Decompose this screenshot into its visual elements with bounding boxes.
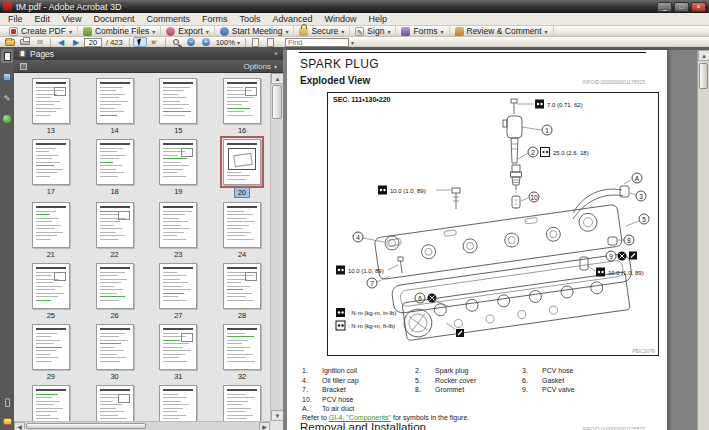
thumbnail-page-number[interactable]: 20 (234, 187, 250, 198)
thumbnail-page-number[interactable]: 30 (107, 372, 121, 381)
thumbnail-page-number[interactable]: 32 (235, 372, 249, 381)
thumbnail-image[interactable] (32, 78, 70, 124)
comments-tab-button[interactable] (1, 416, 13, 430)
thumbnail-image[interactable] (223, 324, 261, 370)
scroll-up-icon[interactable]: ▲ (698, 50, 709, 61)
thumbnail-image[interactable] (223, 263, 261, 309)
print-button[interactable] (18, 37, 32, 47)
scroll-left-icon[interactable]: ◀ (14, 422, 25, 430)
menu-file[interactable]: File (2, 13, 29, 25)
page-thumbnail[interactable]: 17 (24, 139, 78, 198)
thumbnail-image[interactable] (32, 202, 70, 248)
page-thumbnail[interactable]: 31 (152, 324, 206, 381)
sign-button[interactable]: ✎ Sign ▾ (350, 26, 396, 37)
fit-width-button[interactable] (249, 37, 263, 47)
find-input[interactable] (285, 38, 349, 47)
maximize-button[interactable]: □ (674, 2, 689, 12)
fit-page-button[interactable] (264, 37, 278, 47)
layers-tab-button[interactable] (1, 70, 13, 84)
menu-tools[interactable]: Tools (233, 13, 266, 25)
zoom-in-button[interactable]: + (199, 37, 213, 47)
thumbnail-page-number[interactable]: 21 (44, 250, 58, 259)
thumbnail-page-number[interactable]: 29 (44, 372, 58, 381)
thumbnail-image[interactable] (96, 202, 134, 248)
thumbnail-page-number[interactable]: 27 (171, 311, 185, 320)
menu-window[interactable]: Window (318, 13, 362, 25)
review-comment-button[interactable]: Review & Comment ▾ (450, 26, 554, 37)
thumbnail-page-number[interactable]: 31 (171, 372, 185, 381)
menu-comments[interactable]: Comments (140, 13, 196, 25)
secure-button[interactable]: Secure ▾ (294, 26, 350, 37)
thumbnail-page-number[interactable]: 13 (44, 126, 58, 135)
thumbnail-image[interactable] (96, 139, 134, 185)
options-menu-button[interactable]: Options ▾ (243, 62, 277, 71)
scrollbar-thumb[interactable] (699, 63, 708, 89)
page-thumbnail[interactable]: 21 (24, 202, 78, 259)
marquee-zoom-button[interactable] (169, 37, 183, 47)
page-thumbnail[interactable]: 32 (215, 324, 269, 381)
components-link[interactable]: GI-4, "Components" (329, 414, 391, 421)
thumbnail-page-number[interactable]: 18 (107, 187, 121, 196)
open-file-button[interactable] (3, 37, 17, 47)
pages-tab-button[interactable] (1, 49, 13, 63)
thumbnail-image[interactable] (32, 139, 70, 185)
pages-panel-vertical-scrollbar[interactable]: ▲ ▼ (270, 73, 283, 421)
document-vertical-scrollbar[interactable]: ▲ (697, 50, 709, 430)
scroll-right-icon[interactable]: ▶ (259, 422, 270, 430)
page-thumbnail[interactable]: 24 (215, 202, 269, 259)
minimize-button[interactable]: _ (657, 2, 672, 12)
select-tool-button[interactable] (133, 37, 147, 47)
page-thumbnail[interactable]: 16 (215, 78, 269, 135)
page-thumbnail[interactable]: 18 (88, 139, 142, 198)
zoom-level-select[interactable]: 100% ▾ (214, 38, 242, 47)
page-thumbnail[interactable]: 26 (88, 263, 142, 320)
page-thumbnail[interactable]: 15 (152, 78, 206, 135)
export-button[interactable]: Export ▾ (161, 26, 215, 37)
page-thumbnail[interactable]: 29 (24, 324, 78, 381)
page-thumbnail[interactable]: 14 (88, 78, 142, 135)
thumbnail-image[interactable] (223, 202, 261, 248)
thumbnail-page-number[interactable]: 16 (235, 126, 249, 135)
panel-close-icon[interactable]: × (274, 50, 278, 57)
page-thumbnail[interactable]: 28 (215, 263, 269, 320)
thumbnail-image[interactable] (159, 139, 197, 185)
menu-help[interactable]: Help (363, 13, 394, 25)
thumbnail-page-number[interactable]: 24 (235, 250, 249, 259)
menu-document[interactable]: Document (87, 13, 140, 25)
next-page-button[interactable]: ▶ (69, 37, 83, 47)
thumbnail-page-number[interactable]: 23 (171, 250, 185, 259)
combine-files-button[interactable]: Combine Files ▾ (78, 26, 161, 37)
thumbnail-image[interactable] (159, 263, 197, 309)
scrollbar-thumb[interactable] (26, 423, 146, 429)
menu-view[interactable]: View (56, 13, 87, 25)
page-thumbnail[interactable]: 25 (24, 263, 78, 320)
forms-button[interactable]: Forms ▾ (396, 26, 449, 37)
create-pdf-button[interactable]: Create PDF ▾ (4, 26, 78, 37)
thumbnail-size-icon[interactable] (20, 63, 27, 70)
hand-tool-button[interactable]: ☛ (148, 37, 162, 47)
zoom-out-button[interactable]: − (184, 37, 198, 47)
thumbnail-page-number[interactable]: 17 (44, 187, 58, 196)
thumbnail-image[interactable] (32, 263, 70, 309)
thumbnail-image[interactable] (223, 139, 261, 185)
thumbnail-image[interactable] (96, 324, 134, 370)
page-thumbnail[interactable]: 13 (24, 78, 78, 135)
pages-panel-horizontal-scrollbar[interactable]: ◀ ▶ (14, 421, 270, 430)
start-meeting-button[interactable]: Start Meeting ▾ (215, 26, 295, 37)
previous-page-button[interactable]: ◀ (54, 37, 68, 47)
menu-edit[interactable]: Edit (29, 13, 57, 25)
email-button[interactable]: ✉ (33, 37, 47, 47)
thumbnail-page-number[interactable]: 22 (107, 250, 121, 259)
signatures-tab-button[interactable]: ✎ (1, 91, 13, 105)
thumbnail-image[interactable] (32, 324, 70, 370)
thumbnail-image[interactable] (223, 78, 261, 124)
thumbnail-page-number[interactable]: 26 (107, 311, 121, 320)
thumbnail-page-number[interactable]: 25 (44, 311, 58, 320)
page-thumbnail[interactable]: 19 (152, 139, 206, 198)
thumbnail-page-number[interactable]: 28 (235, 311, 249, 320)
menu-advanced[interactable]: Advanced (266, 13, 318, 25)
thumbnail-page-number[interactable]: 14 (107, 126, 121, 135)
thumbnail-page-number[interactable]: 19 (171, 187, 185, 196)
page-thumbnail[interactable]: 27 (152, 263, 206, 320)
attachments-tab-button[interactable] (1, 395, 13, 409)
